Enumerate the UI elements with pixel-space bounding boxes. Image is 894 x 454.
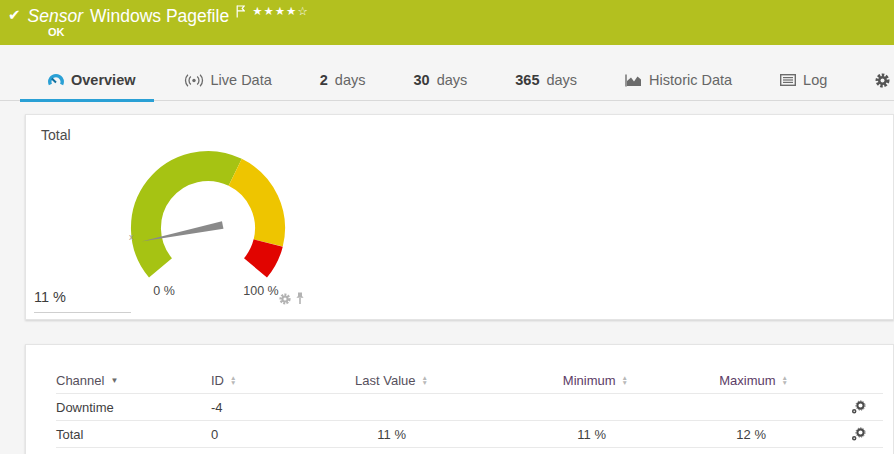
channel-id: -4	[211, 400, 306, 415]
tab-30-days-number: 30	[413, 72, 429, 88]
table-row-total: Total 0 11 % 11 % 12 %	[56, 421, 883, 448]
tab-30-days-label: days	[437, 72, 468, 88]
historic-data-icon	[625, 74, 642, 87]
tab-30-days[interactable]: 30 days	[413, 60, 467, 101]
tab-live-data-label: Live Data	[211, 72, 272, 88]
channel-minimum: 11 %	[577, 427, 628, 442]
channel-last-value: 11 %	[377, 427, 428, 442]
status-badge: OK	[48, 26, 65, 38]
channel-name: Total	[56, 427, 211, 442]
log-icon	[780, 74, 796, 86]
column-header-last-value[interactable]: Last Value ▲▼	[355, 373, 428, 388]
sort-desc-icon: ▼	[110, 376, 118, 385]
status-check-icon: ✔	[8, 6, 21, 24]
column-header-id-label: ID	[211, 373, 224, 388]
column-header-channel[interactable]: Channel ▼	[56, 373, 211, 388]
sort-both-icon: ▲▼	[230, 375, 236, 385]
flag-icon[interactable]	[236, 4, 245, 22]
gauge-icon	[48, 73, 64, 87]
tab-2-days[interactable]: 2 days	[320, 60, 366, 101]
channel-settings-icon[interactable]	[851, 427, 883, 442]
sort-both-icon: ▲▼	[622, 375, 628, 385]
tab-historic-data[interactable]: Historic Data	[625, 60, 732, 101]
column-header-channel-label: Channel	[56, 373, 104, 388]
gauge-panel: Total x 0 % 100 % 11 %	[25, 114, 894, 320]
gauge-panel-title: Total	[41, 127, 71, 143]
tab-2-days-number: 2	[320, 72, 328, 88]
priority-stars[interactable]: ★★★★☆	[252, 4, 309, 18]
channel-name: Downtime	[56, 400, 211, 415]
tab-bar: Overview Live Data 2 days 30 days 365 da…	[0, 60, 894, 101]
sensor-title: Windows Pagefile	[90, 4, 229, 28]
gauge-value-link[interactable]: 11 %	[34, 289, 131, 313]
tab-365-days-label: days	[546, 72, 577, 88]
tab-365-days-number: 365	[515, 72, 539, 88]
column-header-last-value-label: Last Value	[355, 373, 415, 388]
column-header-maximum[interactable]: Maximum ▲▼	[719, 373, 788, 388]
column-header-id[interactable]: ID ▲▼	[211, 373, 306, 388]
tab-overview-label: Overview	[71, 72, 136, 88]
channel-maximum: 12 %	[736, 427, 788, 442]
sort-both-icon: ▲▼	[422, 375, 428, 385]
channel-id: 0	[211, 427, 306, 442]
gauge-zone-green	[146, 166, 235, 268]
sensor-kind-label: Sensor	[28, 4, 83, 28]
tab-live-data[interactable]: Live Data	[184, 60, 272, 101]
tab-365-days[interactable]: 365 days	[515, 60, 577, 101]
gauge-zone-red	[256, 243, 269, 268]
gauge-chart: x 0 % 100 %	[121, 143, 311, 303]
gauge-pin-icon[interactable]	[295, 292, 305, 305]
gauge-x-marker: x	[129, 232, 134, 242]
column-header-minimum-label: Minimum	[563, 373, 616, 388]
tab-settings[interactable]: Settings	[875, 60, 894, 101]
gear-icon	[875, 73, 890, 88]
live-data-icon	[184, 74, 204, 87]
column-header-minimum[interactable]: Minimum ▲▼	[563, 373, 628, 388]
sensor-banner: ✔ Sensor Windows Pagefile ★★★★☆ OK	[0, 0, 894, 45]
table-header-row: Channel ▼ ID ▲▼ Last Value ▲▼ Minimum ▲▼…	[56, 367, 883, 394]
tab-overview[interactable]: Overview	[48, 60, 136, 101]
gauge-zone-yellow	[235, 172, 270, 243]
channel-settings-icon[interactable]	[851, 400, 883, 415]
tab-2-days-label: days	[335, 72, 366, 88]
column-header-maximum-label: Maximum	[719, 373, 775, 388]
channel-table: Channel ▼ ID ▲▼ Last Value ▲▼ Minimum ▲▼…	[56, 367, 883, 448]
channel-table-panel: Channel ▼ ID ▲▼ Last Value ▲▼ Minimum ▲▼…	[25, 344, 894, 454]
tab-log[interactable]: Log	[780, 60, 827, 101]
sort-both-icon: ▲▼	[782, 375, 788, 385]
tab-log-label: Log	[803, 72, 827, 88]
tab-historic-data-label: Historic Data	[649, 72, 732, 88]
table-row-downtime: Downtime -4	[56, 394, 883, 421]
gauge-settings-icon[interactable]	[279, 293, 291, 305]
gauge-max-label: 100 %	[243, 284, 278, 298]
gauge-min-label: 0 %	[153, 284, 175, 298]
